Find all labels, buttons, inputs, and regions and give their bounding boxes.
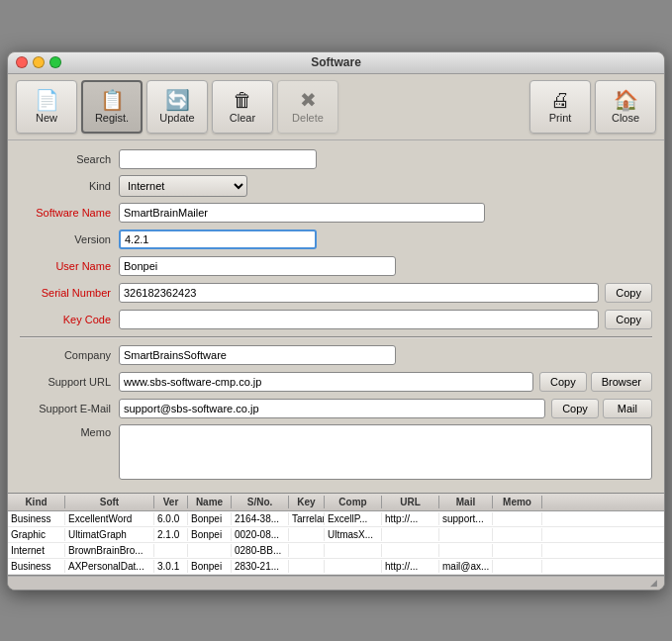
table-row[interactable]: InternetBrownBrainBro...0280-BB... <box>8 543 664 559</box>
list-cell <box>382 528 439 541</box>
list-cell <box>439 544 493 557</box>
list-cell: ExcellP... <box>325 512 382 525</box>
kind-label: Kind <box>20 180 119 192</box>
window-controls <box>16 56 61 68</box>
minimize-button[interactable] <box>33 56 45 68</box>
clear-icon: 🗑 <box>233 90 252 110</box>
search-label: Search <box>20 153 119 165</box>
list-header: Kind Soft Ver Name S/No. Key Comp URL Ma… <box>8 494 664 511</box>
user-name-row: User Name <box>20 255 652 277</box>
table-row[interactable]: BusinessAXPersonalDat...3.0.1Bonpei2830-… <box>8 559 664 575</box>
mail-button[interactable]: Mail <box>603 399 652 418</box>
divider-1 <box>20 336 652 338</box>
header-soft: Soft <box>65 496 154 508</box>
list-cell: 2.1.0 <box>154 528 188 541</box>
version-row: Version <box>20 229 652 250</box>
header-url: URL <box>382 496 439 508</box>
company-row: Company <box>20 344 652 366</box>
list-cell: Business <box>8 560 65 573</box>
list-cell: Bonpei <box>188 560 232 573</box>
list-cell <box>493 560 542 573</box>
delete-button[interactable]: ✖ Delete <box>277 80 338 134</box>
list-cell <box>289 528 325 541</box>
update-icon: 🔄 <box>165 90 190 110</box>
list-cell: UltmasX... <box>325 528 382 541</box>
clear-button[interactable]: 🗑 Clear <box>212 80 273 134</box>
maximize-button[interactable] <box>49 56 61 68</box>
home-icon: 🏠 <box>614 90 638 110</box>
support-email-field-group: Copy Mail <box>119 399 652 418</box>
list-cell <box>493 528 542 541</box>
list-cell <box>289 544 325 557</box>
key-code-field-group: Copy <box>119 310 652 329</box>
support-email-copy-button[interactable]: Copy <box>551 399 599 418</box>
memo-textarea[interactable] <box>119 424 652 480</box>
header-kind: Kind <box>8 496 65 508</box>
print-button[interactable]: 🖨 Print <box>529 80 591 134</box>
version-label: Version <box>20 233 119 245</box>
header-key: Key <box>289 496 325 508</box>
key-code-copy-button[interactable]: Copy <box>605 310 652 329</box>
list-cell <box>325 544 382 557</box>
title-bar: Software <box>8 52 664 74</box>
list-cell: support... <box>439 512 493 525</box>
list-cell: mail@ax... <box>439 560 493 573</box>
print-icon: 🖨 <box>550 90 570 110</box>
window-title: Software <box>311 55 361 69</box>
delete-icon: ✖ <box>300 90 317 110</box>
list-cell <box>325 560 382 573</box>
list-cell <box>154 544 188 557</box>
search-input[interactable] <box>119 149 317 169</box>
close-button[interactable]: 🏠 Close <box>595 80 656 134</box>
support-url-copy-button[interactable]: Copy <box>539 372 587 392</box>
list-cell: UltimatGraph <box>65 528 154 541</box>
user-name-input[interactable] <box>119 256 396 276</box>
list-cell: 2830-21... <box>232 560 289 573</box>
support-url-field-group: Copy Browser <box>119 372 652 392</box>
software-name-input[interactable] <box>119 203 485 223</box>
form-content: Search Kind Internet Business Graphic So… <box>8 140 664 493</box>
list-cell: 3.0.1 <box>154 560 188 573</box>
company-input[interactable] <box>119 345 396 365</box>
list-cell: Tarrelance <box>289 512 325 525</box>
list-cell: 0280-BB... <box>232 544 289 557</box>
update-button[interactable]: 🔄 Update <box>146 80 208 134</box>
new-button[interactable]: 📄 New <box>16 80 77 134</box>
close-window-button[interactable] <box>16 56 28 68</box>
bottom-bar: ◢ <box>8 576 664 590</box>
support-email-row: Support E-Mail Copy Mail <box>20 398 652 419</box>
header-sno: S/No. <box>232 496 289 508</box>
kind-select[interactable]: Internet Business Graphic <box>119 175 247 197</box>
serial-number-label: Serial Number <box>20 287 119 299</box>
support-url-row: Support URL Copy Browser <box>20 371 652 393</box>
header-memo: Memo <box>493 496 542 508</box>
header-ver: Ver <box>154 496 188 508</box>
user-name-label: User Name <box>20 260 119 272</box>
list-cell: http://... <box>382 560 439 573</box>
table-row[interactable]: BusinessExcellentWord6.0.0Bonpei2164-38.… <box>8 511 664 527</box>
table-row[interactable]: GraphicUltimatGraph2.1.0Bonpei0020-08...… <box>8 527 664 543</box>
resize-grip-icon: ◢ <box>650 578 660 588</box>
support-email-label: Support E-Mail <box>20 403 119 414</box>
serial-number-copy-button[interactable]: Copy <box>605 283 652 303</box>
list-cell: 6.0.0 <box>154 512 188 525</box>
regist-button[interactable]: 📋 Regist. <box>81 80 143 134</box>
search-row: Search <box>20 148 652 170</box>
support-email-input[interactable] <box>119 399 545 418</box>
regist-icon: 📋 <box>100 90 125 110</box>
key-code-input[interactable] <box>119 310 599 329</box>
browser-button[interactable]: Browser <box>591 372 652 392</box>
list-section: Kind Soft Ver Name S/No. Key Comp URL Ma… <box>8 493 664 576</box>
main-window: Software 📄 New 📋 Regist. 🔄 Update 🗑 Clea… <box>7 51 665 591</box>
serial-number-input[interactable] <box>119 283 599 303</box>
support-url-input[interactable] <box>119 372 533 392</box>
version-input[interactable] <box>119 229 317 249</box>
list-cell <box>382 544 439 557</box>
list-cell <box>493 512 542 525</box>
list-cell: AXPersonalDat... <box>65 560 154 573</box>
list-cell: 0020-08... <box>232 528 289 541</box>
header-mail: Mail <box>439 496 493 508</box>
memo-label: Memo <box>20 424 119 438</box>
list-cell: Bonpei <box>188 512 232 525</box>
list-cell: BrownBrainBro... <box>65 544 154 557</box>
